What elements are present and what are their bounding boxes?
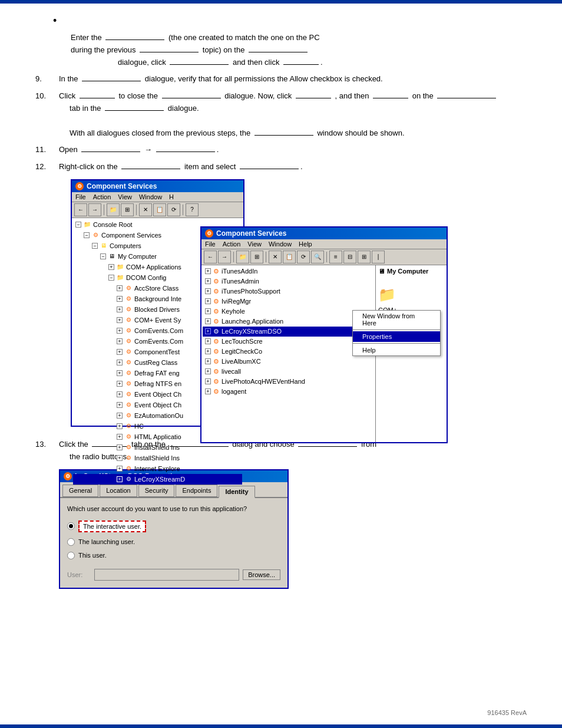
expand-com-plus[interactable]: + (108, 264, 114, 270)
expand-is2[interactable]: + (117, 455, 123, 461)
list-item-itunesphoto[interactable]: + ⚙ iTunesPhotoSupport (203, 286, 374, 297)
expand-lectouch[interactable]: + (205, 338, 211, 344)
expand-ezauto[interactable]: + (117, 413, 123, 419)
expand-dcom[interactable]: − (108, 275, 114, 281)
menu-file[interactable]: File (75, 193, 86, 200)
menu-large-view[interactable]: View (247, 241, 262, 248)
ctx-help[interactable]: Help (353, 345, 440, 355)
tab-general[interactable]: General (62, 485, 98, 497)
expand-ct[interactable]: + (117, 349, 123, 355)
expand-legitcheck[interactable]: + (205, 348, 211, 354)
gear-icon-itunesadmin: ⚙ (213, 278, 219, 285)
tb-delete[interactable]: ✕ (139, 203, 152, 216)
list-item-keyhole[interactable]: + ⚙ Keyhole (203, 307, 374, 317)
tb-large-details[interactable]: ⊟ (343, 251, 356, 263)
tb-large-bar[interactable]: | (372, 251, 385, 263)
radio-this-user[interactable]: This user. (67, 552, 280, 559)
expand-bg-inte[interactable]: + (117, 296, 123, 302)
tb-help[interactable]: ? (186, 203, 199, 216)
list-item-livealbum[interactable]: + ⚙ LiveAlbumXC (203, 357, 374, 367)
expand-itunesaddin[interactable]: + (205, 268, 211, 274)
user-input-field[interactable] (94, 569, 239, 581)
menu-view[interactable]: View (118, 193, 132, 200)
tb-copy[interactable]: 📋 (153, 203, 166, 216)
expand-custreg[interactable]: + (117, 360, 123, 365)
tb-large-copy[interactable]: 📋 (283, 251, 296, 263)
expand-console-root[interactable]: − (75, 222, 81, 228)
list-item-lecroydso[interactable]: + ⚙ LeCroyXStreamDSO (203, 327, 374, 337)
tb-large-list[interactable]: ≡ (329, 251, 342, 263)
expand-livecall[interactable]: + (205, 368, 211, 374)
expand-launcheg[interactable]: + (205, 318, 211, 324)
expand-lecroydso[interactable]: + (205, 328, 211, 334)
ctx-new-window[interactable]: New Window from Here (353, 311, 440, 328)
tb-large-r[interactable]: ⟳ (297, 251, 310, 263)
tb-large-grid[interactable]: ⊞ (250, 251, 263, 263)
list-item-itunesaddin[interactable]: + ⚙ iTunesAddIn (203, 266, 374, 276)
tb-large-forward[interactable]: → (218, 251, 231, 263)
tree-installshield2[interactable]: + ⚙ InstallShield Ins (73, 453, 242, 463)
expand-defrag-fat[interactable]: + (117, 370, 123, 376)
tb-back[interactable]: ← (74, 203, 87, 216)
tb-large-icons[interactable]: ⊞ (358, 251, 371, 263)
menu-window[interactable]: Window (139, 193, 162, 200)
expand-itunesadmin[interactable]: + (205, 278, 211, 284)
expand-html[interactable]: + (117, 434, 123, 440)
tree-installshield1[interactable]: + ⚙ InstallShield Ins (73, 442, 242, 453)
expand-eo2[interactable]: + (117, 402, 123, 408)
menu-large-file[interactable]: File (205, 241, 216, 248)
list-item-livecall[interactable]: + ⚙ livecall (203, 367, 374, 377)
expand-keyhole[interactable]: + (205, 308, 211, 314)
expand-defrag-ntfs[interactable]: + (117, 381, 123, 387)
tab-identity[interactable]: Identity (219, 486, 254, 498)
ctx-properties[interactable]: Properties (353, 331, 440, 342)
expand-lecroy[interactable]: + (117, 476, 123, 482)
expand-ie[interactable]: + (117, 466, 123, 472)
expand-iviregmgr[interactable]: + (205, 298, 211, 304)
radio-interactive-user[interactable]: The interactive user. (67, 521, 280, 532)
radio-launching-user[interactable]: The launching user. (67, 538, 280, 546)
tab-security[interactable]: Security (138, 485, 175, 497)
tab-location[interactable]: Location (100, 485, 137, 497)
menu-h[interactable]: H (169, 193, 174, 200)
menu-large-window[interactable]: Window (269, 241, 292, 248)
expand-hc[interactable]: + (117, 423, 123, 429)
expand-component-services[interactable]: − (84, 232, 90, 238)
list-item-iviregmgr[interactable]: + ⚙ IviRegMgr (203, 297, 374, 307)
expand-blocked[interactable]: + (117, 307, 123, 312)
tb-large-x[interactable]: ✕ (269, 251, 282, 263)
gear-icon-blocked: ⚙ (124, 305, 133, 314)
expand-eo1[interactable]: + (117, 391, 123, 397)
expand-accstore[interactable]: + (117, 285, 123, 291)
expand-my-computer[interactable]: − (100, 253, 106, 259)
tb-view2[interactable]: ⊞ (121, 203, 134, 216)
tb-large-extra[interactable]: 🔍 (311, 251, 324, 263)
tb-refresh[interactable]: ⟳ (167, 203, 180, 216)
expand-itunesphoto[interactable]: + (205, 288, 211, 294)
tab-endpoints[interactable]: Endpoints (176, 485, 217, 497)
menu-large-help[interactable]: Help (299, 241, 312, 248)
expand-livephoto[interactable]: + (205, 378, 211, 384)
expand-comevents2[interactable]: + (117, 338, 123, 344)
tb-forward[interactable]: → (88, 203, 101, 216)
expand-computers[interactable]: − (92, 243, 98, 249)
tb-view1[interactable]: 📁 (107, 203, 120, 216)
menu-large-action[interactable]: Action (223, 241, 241, 248)
list-item-itunesadmin[interactable]: + ⚙ iTunesAdmin (203, 276, 374, 286)
list-item-livephoto[interactable]: + ⚙ LivePhotoAcqHWEVentHand (203, 377, 374, 387)
expand-logagent[interactable]: + (205, 388, 211, 394)
expand-com-event[interactable]: + (117, 317, 123, 323)
browse-button[interactable]: Browse... (243, 569, 280, 580)
tree-lecroy-selected[interactable]: + ⚙ LeCroyXStreamD (73, 474, 242, 485)
expand-is1[interactable]: + (117, 444, 123, 450)
expand-comevents1[interactable]: + (117, 328, 123, 334)
list-item-launcheg[interactable]: + ⚙ Launcheg.Application (203, 317, 374, 327)
list-item-logagent[interactable]: + ⚙ logagent (203, 387, 374, 397)
list-item-legitcheck[interactable]: + ⚙ LegitCheckCo (203, 347, 374, 357)
tb-large-back[interactable]: ← (204, 251, 217, 263)
expand-livealbum[interactable]: + (205, 358, 211, 364)
menu-action[interactable]: Action (93, 193, 111, 200)
tb-large-folder[interactable]: 📁 (236, 251, 249, 263)
tree-internet-explore[interactable]: + ⚙ Internet Explore (73, 463, 242, 474)
list-item-lec-touch[interactable]: + ⚙ LecTouchScre (203, 337, 374, 347)
